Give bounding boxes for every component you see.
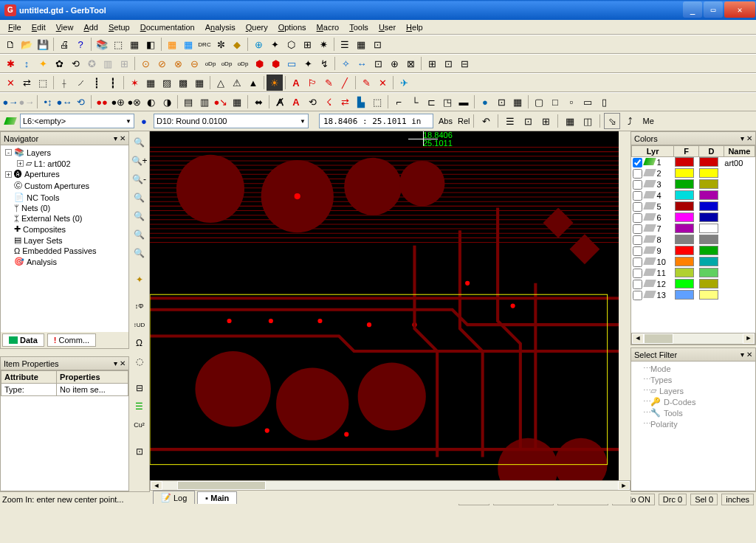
color-row[interactable]: 10 (632, 257, 755, 268)
tool-icon[interactable]: ☀ (267, 75, 283, 91)
minimize-button[interactable]: _ (683, 1, 702, 18)
tool-icon[interactable]: ⌐ (391, 94, 407, 110)
tool-icon[interactable]: ⬌ (250, 94, 267, 110)
tool-icon[interactable]: ●↔ (56, 94, 72, 110)
tool-icon[interactable]: ↕ (18, 55, 35, 72)
tool-icon[interactable]: ⊡ (370, 55, 386, 72)
tool-icon[interactable]: ⟲ (67, 55, 83, 72)
zoom-icon[interactable]: 🔍 (131, 190, 148, 206)
tool-icon[interactable]: ⟲ (72, 94, 89, 110)
stop-icon[interactable]: ⬢ (251, 55, 267, 72)
tool-icon[interactable]: ◑ (159, 94, 175, 110)
tool-icon[interactable]: ↕Φ (131, 298, 148, 314)
tool-icon[interactable]: ●↘ (213, 94, 229, 110)
tool-icon[interactable]: ✎ (320, 75, 337, 91)
navigator-tree[interactable]: -📚Layers+▱L1: art002+🅐AperturesⒸCustom A… (1, 145, 128, 332)
tool-icon[interactable]: ✦ (300, 55, 316, 72)
tool-icon[interactable]: ⊗ (170, 55, 186, 72)
color-row[interactable]: 1art00 (632, 157, 755, 169)
maximize-button[interactable]: ▭ (704, 1, 723, 18)
tool-icon[interactable]: ⊙ (137, 55, 154, 72)
tool-icon[interactable]: ◫ (580, 113, 596, 129)
drc-icon[interactable]: DRC (196, 36, 213, 52)
tool-icon[interactable]: ↔ (354, 55, 370, 72)
tool-icon[interactable]: ⊖ (186, 55, 202, 72)
layer-select[interactable]: L6:<empty>▼ (20, 114, 134, 128)
color-row[interactable]: 12 (632, 279, 755, 290)
col-properties[interactable]: Properties (57, 371, 128, 384)
color-row[interactable]: 8 (632, 235, 755, 246)
tool-icon[interactable]: ▦ (509, 94, 526, 110)
select-filter-body[interactable]: ⋯Mode⋯Types⋯▱Layers⋯🔑D-Codes⋯🔧Tools⋯Pola… (631, 362, 755, 491)
tool-icon[interactable]: ▫ (563, 94, 580, 110)
tool-icon[interactable]: ↕UD (131, 317, 148, 333)
tool-icon[interactable]: ▙ (353, 94, 369, 110)
tool-icon[interactable]: ◆ (229, 36, 245, 52)
menu-view[interactable]: View (51, 21, 79, 33)
tool-icon[interactable]: ● (477, 94, 493, 110)
tool-icon[interactable]: •↕ (40, 94, 56, 110)
layer-icon[interactable] (2, 113, 18, 129)
tool-icon[interactable]: Cu² (131, 417, 148, 433)
tool-icon[interactable]: ⊞ (116, 55, 132, 72)
close-icon[interactable]: ▾ ✕ (114, 359, 126, 367)
tool-icon[interactable]: ↶ (478, 113, 494, 129)
close-button[interactable]: ✕ (724, 1, 755, 18)
tree-item[interactable]: 🎯Analysis (2, 256, 127, 267)
tool-icon[interactable]: ⊞ (537, 113, 554, 129)
tool-icon[interactable]: ☰ (502, 113, 518, 129)
tool-icon[interactable]: ⚠ (229, 75, 245, 91)
tab-data[interactable]: Data (2, 333, 44, 347)
tool-icon[interactable]: ╱ (337, 75, 353, 91)
tool-icon[interactable]: oDp (219, 55, 235, 72)
tool-icon[interactable]: ▦ (191, 75, 207, 91)
close-icon[interactable]: ▾ ✕ (740, 350, 752, 359)
tool-icon[interactable]: ⊞ (424, 55, 440, 72)
color-row[interactable]: 13 (632, 290, 755, 301)
menu-query[interactable]: Query (241, 21, 273, 33)
tool-icon[interactable]: ▭ (284, 55, 300, 72)
zoom-fit-icon[interactable]: 🔍 (131, 134, 148, 151)
tool-icon[interactable]: ⊡ (131, 443, 148, 460)
tool-icon[interactable]: ⬡ (283, 36, 299, 52)
aperture-select[interactable]: D10: Round 0.0100▼ (154, 114, 309, 128)
tree-item[interactable]: -📚Layers (2, 147, 127, 158)
tool-icon[interactable]: ✦ (267, 36, 283, 52)
menu-options[interactable]: Options (273, 21, 312, 33)
tool-icon[interactable]: ☰ (131, 398, 148, 415)
pcb-canvas[interactable]: 18.840625.1011 (150, 131, 619, 480)
tree-item[interactable]: ᛯExternal Nets (0) (2, 213, 127, 224)
zoom-icon[interactable]: 🔍 (131, 208, 148, 224)
zoom-icon[interactable]: 🔍 (131, 226, 148, 243)
tool-icon[interactable]: ☇ (320, 94, 337, 110)
tree-item[interactable]: ΩEmbedded Passives (2, 246, 127, 256)
menu-setup[interactable]: Setup (103, 21, 135, 33)
tool-icon[interactable]: ✦ (131, 272, 148, 288)
color-row[interactable]: 9 (632, 246, 755, 257)
text-icon[interactable]: A (288, 75, 304, 91)
tool-icon[interactable]: ⊞ (299, 36, 315, 52)
open-icon[interactable]: 📂 (18, 36, 35, 52)
tool-icon[interactable]: △ (213, 75, 229, 91)
tool-icon[interactable]: 📚 (94, 36, 110, 52)
tool-icon[interactable]: ▨ (159, 75, 175, 91)
tool-icon[interactable]: ⊕ (250, 36, 267, 52)
menu-macro[interactable]: Macro (312, 21, 345, 33)
tool-icon[interactable]: └ (407, 94, 423, 110)
tool-icon[interactable]: ⇄ (18, 75, 35, 91)
tool-icon[interactable]: ▦ (126, 36, 142, 52)
tool-icon[interactable]: ●⊕ (110, 94, 126, 110)
tool-icon[interactable]: ⊡ (493, 94, 509, 110)
tool-icon[interactable]: ⬚ (369, 94, 385, 110)
tool-icon[interactable]: ⬚ (110, 36, 126, 52)
rel-label[interactable]: Rel (458, 117, 470, 125)
tool-icon[interactable]: ▲ (245, 75, 261, 91)
tool-icon[interactable]: ⇄ (337, 94, 353, 110)
tool-icon[interactable]: ●→ (18, 94, 35, 110)
tool-icon[interactable]: ▦ (164, 36, 180, 52)
tool-icon[interactable]: A (288, 94, 304, 110)
close-icon[interactable]: ▾ ✕ (740, 134, 752, 142)
stop-icon[interactable]: ⬢ (267, 55, 284, 72)
tool-icon[interactable]: ┇ (105, 75, 121, 91)
tool-icon[interactable]: ▬ (456, 94, 472, 110)
